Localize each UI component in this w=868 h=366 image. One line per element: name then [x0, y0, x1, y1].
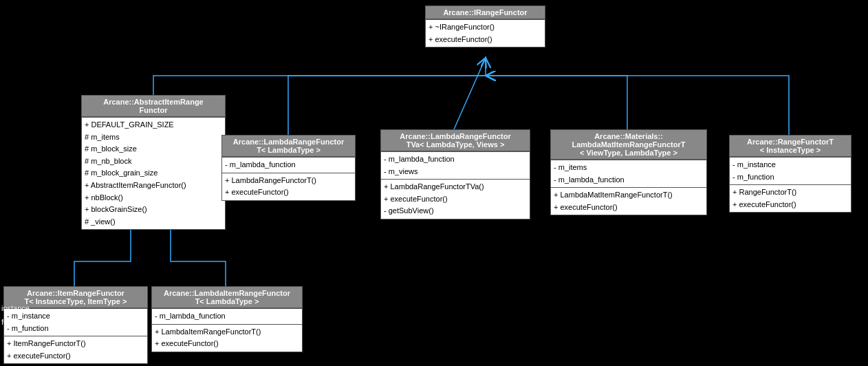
row: # m_block_size — [85, 143, 222, 155]
row: + blockGrainSize() — [85, 204, 222, 216]
box-itemrangefunctort-title: Arcane::ItemRangeFunctorT< InstanceType,… — [25, 289, 127, 305]
row: + LambdaRangeFunctorTVa() — [384, 181, 527, 193]
box-lambdaitemrangefunctort: Arcane::LambdaItemRangeFunctorT< LambdaT… — [151, 286, 303, 352]
row: - m_items — [554, 162, 704, 174]
box-rangefunctort-s1: - m_instance - m_function — [730, 157, 851, 184]
box-lambdamatitemrangefunctor-s1: - m_items - m_lambda_function — [551, 160, 706, 187]
box-lambdamatitemrangefunctor-s2: + LambdaMatItemRangeFunctorT() + execute… — [551, 187, 706, 215]
box-irangefunctor-header: Arcane::IRangeFunctor — [426, 6, 545, 19]
row: + ItemRangeFunctorT() — [7, 338, 144, 350]
row: # _view() — [85, 216, 222, 228]
box-lambdarangefunctortva-s2: + LambdaRangeFunctorTVa() + executeFunct… — [381, 179, 530, 219]
box-lambdamatitemrangefunctor: Arcane::Materials::LambdaMatItemRangeFun… — [550, 129, 707, 215]
box-lambdarangefunctortva-title: Arcane::LambdaRangeFunctorTVa< LambdaTyp… — [400, 132, 510, 149]
box-rangefunctort: Arcane::RangeFunctorT< InstanceType > - … — [729, 135, 851, 213]
box-lambdarangefunctort-s2: + LambdaRangeFunctorT() + executeFunctor… — [222, 173, 355, 200]
box-rangefunctort-title: Arcane::RangeFunctorT< InstanceType > — [747, 138, 834, 154]
row: - m_function — [733, 171, 848, 184]
box-lambdamatitemrangefunctor-title: Arcane::Materials::LambdaMatItemRangeFun… — [572, 132, 685, 157]
box-lambdaitemrangefunctort-header: Arcane::LambdaItemRangeFunctorT< LambdaT… — [152, 287, 302, 308]
row: + executeFunctor() — [225, 186, 352, 199]
row: + executeFunctor() — [428, 34, 542, 46]
row: # m_nb_block — [85, 155, 222, 168]
row: + executeFunctor() — [554, 202, 704, 214]
row: - m_instance — [733, 159, 848, 171]
row: # m_items — [85, 131, 222, 144]
box-lambdarangefunctort-header: Arcane::LambdaRangeFunctorT< LambdaType … — [222, 136, 355, 157]
row: - m_lambda_function — [554, 174, 704, 186]
row: + executeFunctor() — [384, 193, 527, 206]
row: - m_lambda_function — [155, 310, 299, 323]
label-function: function — [1, 318, 28, 326]
box-itemrangefunctort-s2: + ItemRangeFunctorT() + executeFunctor() — [4, 336, 147, 363]
box-abstractitemrange-title: Arcane::AbstractItemRangeFunctor — [103, 98, 203, 114]
svg-line-1 — [454, 58, 486, 129]
row: - getSubView() — [384, 205, 527, 217]
box-lambdarangefunctortva: Arcane::LambdaRangeFunctorTVa< LambdaTyp… — [380, 129, 530, 219]
row: + RangeFunctorT() — [733, 186, 848, 199]
label-instance: instance — [1, 304, 30, 312]
row: + LambdaRangeFunctorT() — [225, 175, 352, 187]
box-lambdaitemrangefunctort-s2: + LambdaItemRangeFunctorT() + executeFun… — [152, 324, 302, 352]
row: + DEFAULT_GRAIN_SIZE — [85, 119, 222, 131]
box-rangefunctort-s2: + RangeFunctorT() + executeFunctor() — [730, 184, 851, 212]
box-lambdarangefunctort: Arcane::LambdaRangeFunctorT< LambdaType … — [221, 135, 356, 201]
box-rangefunctort-header: Arcane::RangeFunctorT< InstanceType > — [730, 136, 851, 157]
row: + nbBlock() — [85, 192, 222, 204]
diagram-container: Arcane::IRangeFunctor + ~IRangeFunctor()… — [0, 0, 868, 366]
box-irangefunctor: Arcane::IRangeFunctor + ~IRangeFunctor()… — [425, 6, 545, 47]
row: - m_lambda_function — [225, 159, 352, 171]
box-lambdaitemrangefunctort-s1: - m_lambda_function — [152, 308, 302, 324]
row: + executeFunctor() — [733, 199, 848, 211]
box-abstractitemrange-section: + DEFAULT_GRAIN_SIZE # m_items # m_block… — [82, 117, 225, 229]
row: # m_block_grain_size — [85, 167, 222, 180]
box-lambdamatitemrangefunctor-header: Arcane::Materials::LambdaMatItemRangeFun… — [551, 130, 706, 160]
row: + ~IRangeFunctor() — [428, 21, 542, 34]
row: + executeFunctor() — [155, 338, 299, 350]
row: + executeFunctor() — [7, 350, 144, 363]
row: + LambdaItemRangeFunctorT() — [155, 326, 299, 338]
box-irangefunctor-title: Arcane::IRangeFunctor — [443, 8, 527, 17]
box-lambdarangefunctort-title: Arcane::LambdaRangeFunctorT< LambdaType … — [233, 138, 344, 154]
box-lambdaitemrangefunctort-title: Arcane::LambdaItemRangeFunctorT< LambdaT… — [164, 289, 290, 305]
box-irangefunctor-section: + ~IRangeFunctor() + executeFunctor() — [426, 19, 545, 47]
box-lambdarangefunctort-s1: - m_lambda_function — [222, 157, 355, 173]
row: - m_lambda_function — [384, 153, 527, 166]
box-lambdarangefunctortva-header: Arcane::LambdaRangeFunctorTVa< LambdaTyp… — [381, 130, 530, 151]
box-abstractitemrange-header: Arcane::AbstractItemRangeFunctor — [82, 96, 225, 117]
row: + AbstractItemRangeFunctor() — [85, 180, 222, 192]
box-lambdarangefunctortva-s1: - m_lambda_function - m_views — [381, 151, 530, 179]
row: + LambdaMatItemRangeFunctorT() — [554, 189, 704, 202]
row: - m_views — [384, 166, 527, 178]
box-abstractitemrange: Arcane::AbstractItemRangeFunctor + DEFAU… — [81, 95, 226, 230]
